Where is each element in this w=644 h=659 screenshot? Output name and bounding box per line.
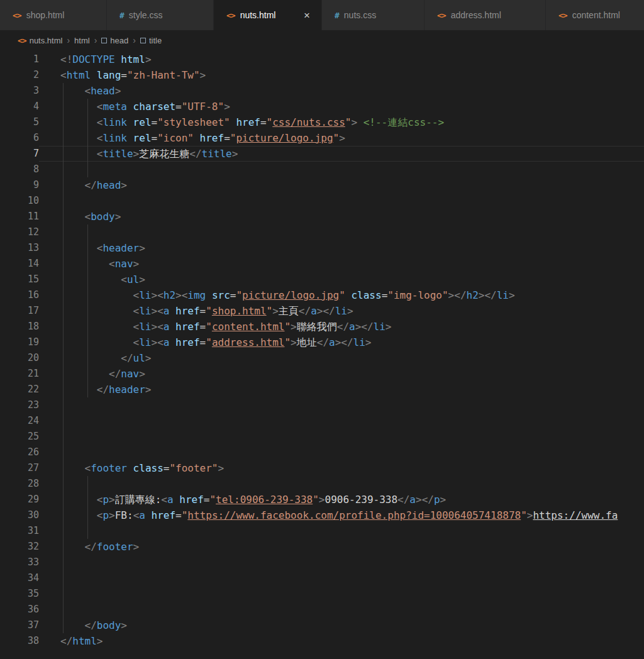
tab-content.html[interactable]: <>content.html (546, 0, 644, 30)
token-punct: > (133, 258, 140, 270)
code-line-26[interactable]: 26 (0, 445, 644, 460)
code-line-38[interactable]: 38</html> (0, 633, 644, 649)
indent-guide (63, 382, 64, 397)
code-line-29[interactable]: 29 <p>訂購專線:<a href="tel:0906-239-338">09… (0, 492, 644, 507)
token-punct: </ (109, 368, 121, 380)
code-line-7[interactable]: 7 <title>芝麻花生糖</title> (0, 146, 644, 162)
code-line-35[interactable]: 35 (0, 586, 644, 602)
code-line-11[interactable]: 11 <body> (0, 209, 644, 224)
breadcrumb-item-html[interactable]: html (74, 36, 90, 45)
code-line-31[interactable]: 31 (0, 523, 644, 539)
code-content: <nav> (39, 256, 644, 272)
code-line-13[interactable]: 13 <header> (0, 240, 644, 256)
tab-nuts.css[interactable]: #nuts.css (322, 0, 425, 30)
code-line-20[interactable]: 20 </ul> (0, 350, 644, 366)
code-line-15[interactable]: 15 <ul> (0, 272, 644, 287)
token-tag: li (139, 336, 151, 348)
code-line-16[interactable]: 16 <li><h2><img src="picture/logo.jpg" c… (0, 287, 644, 303)
code-content: <p>訂購專線:<a href="tel:0906-239-338">0906-… (39, 492, 644, 507)
code-content: <li><a href="address.html">地址</a></li> (39, 335, 644, 350)
token-punct: </ (60, 635, 72, 647)
line-number: 12 (0, 224, 39, 240)
close-icon[interactable]: × (301, 9, 313, 22)
indent-guide (63, 507, 64, 523)
code-content: <p>FB:<a href="https://www.facebook.com/… (39, 507, 644, 523)
token-text (60, 384, 97, 396)
line-number: 22 (0, 382, 39, 397)
code-line-6[interactable]: 6 <link rel="icon" href="picture/logo.jp… (0, 130, 644, 146)
vscode-editor-window: <>shop.html#style.css<>nuts.html×#nuts.c… (0, 0, 644, 659)
code-content (39, 586, 644, 602)
token-punct: < (133, 321, 140, 333)
code-line-33[interactable]: 33 (0, 555, 644, 570)
code-content (39, 397, 644, 413)
token-punct: > (109, 509, 115, 521)
token-punct: > (109, 494, 115, 506)
token-str: " (345, 116, 352, 128)
code-line-37[interactable]: 37 </body> (0, 617, 644, 633)
code-line-4[interactable]: 4 <meta charset="UTF-8"> (0, 99, 644, 114)
indent-guide (63, 460, 64, 476)
code-content (39, 602, 644, 617)
token-punct: </ (85, 179, 97, 191)
line-number: 1 (0, 52, 39, 67)
token-text: FB: (115, 509, 133, 521)
token-punct: < (157, 321, 164, 333)
code-line-18[interactable]: 18 <li><a href="content.html">聯絡我們</a></… (0, 319, 644, 335)
token-str: " (206, 321, 212, 333)
code-line-10[interactable]: 10 (0, 193, 644, 209)
breadcrumb-item-title[interactable]: title (140, 36, 162, 45)
code-line-28[interactable]: 28 (0, 476, 644, 492)
code-line-5[interactable]: 5 <link rel="stylesheet" href="css/nuts.… (0, 114, 644, 130)
code-line-36[interactable]: 36 (0, 602, 644, 617)
code-line-21[interactable]: 21 </nav> (0, 366, 644, 382)
indent-guide (63, 114, 64, 130)
code-line-23[interactable]: 23 (0, 397, 644, 413)
html-file-icon: <> (18, 36, 26, 45)
code-line-30[interactable]: 30 <p>FB:<a href="https://www.facebook.c… (0, 507, 644, 523)
code-line-19[interactable]: 19 <li><a href="address.html">地址</a></li… (0, 335, 644, 350)
token-tag: link (103, 116, 127, 128)
indent-guide (63, 555, 64, 570)
code-editor[interactable]: 1<!DOCTYPE html>2<html lang="zh-Hant-Tw"… (0, 50, 644, 659)
code-line-12[interactable]: 12 (0, 224, 644, 240)
code-line-22[interactable]: 22 </header> (0, 382, 644, 397)
token-tag: li (139, 289, 151, 301)
breadcrumb-item-head[interactable]: head (101, 36, 128, 45)
indent-guide (63, 492, 64, 507)
code-line-32[interactable]: 32 </footer> (0, 539, 644, 555)
token-punct: > (440, 494, 447, 506)
line-number: 26 (0, 445, 39, 460)
token-punct: </ (422, 494, 434, 506)
code-content: </html> (39, 633, 644, 649)
token-text (60, 619, 85, 631)
token-tag: a (349, 321, 355, 333)
tab-nuts.html[interactable]: <>nuts.html× (214, 0, 322, 30)
code-line-27[interactable]: 27 <footer class="footer"> (0, 460, 644, 476)
token-punct: < (157, 336, 164, 348)
tab-shop.html[interactable]: <>shop.html (0, 0, 107, 30)
code-line-17[interactable]: 17 <li><a href="shop.html">主頁</a></li> (0, 303, 644, 319)
code-line-34[interactable]: 34 (0, 570, 644, 586)
code-content (39, 476, 644, 492)
code-line-9[interactable]: 9 </head> (0, 177, 644, 193)
code-line-2[interactable]: 2<html lang="zh-Hant-Tw"> (0, 67, 644, 83)
code-line-1[interactable]: 1<!DOCTYPE html> (0, 52, 644, 67)
token-text (127, 462, 133, 474)
code-line-25[interactable]: 25 (0, 429, 644, 445)
line-number: 27 (0, 460, 39, 476)
code-line-24[interactable]: 24 (0, 413, 644, 429)
tab-address.html[interactable]: <>address.html (425, 0, 546, 30)
code-line-3[interactable]: 3 <head> (0, 83, 644, 99)
token-punct: > (145, 384, 152, 396)
token-str: " (333, 132, 340, 144)
indent-guide (63, 397, 64, 413)
indent-guide (87, 240, 88, 256)
tab-style.css[interactable]: #style.css (107, 0, 214, 30)
breadcrumb-item-nuts.html[interactable]: <>nuts.html (18, 36, 62, 45)
token-tag: li (139, 321, 151, 333)
code-line-14[interactable]: 14 <nav> (0, 256, 644, 272)
token-punct: > (386, 321, 392, 333)
token-text: 地址 (297, 336, 317, 348)
code-line-8[interactable]: 8 (0, 162, 644, 177)
